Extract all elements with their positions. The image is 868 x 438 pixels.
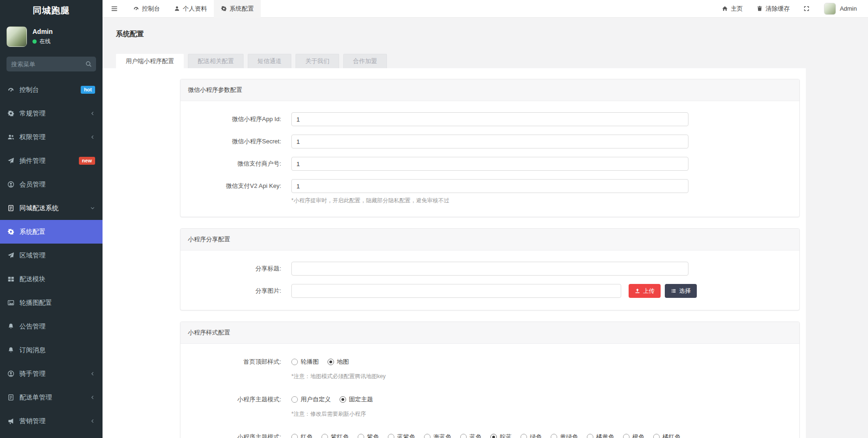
field-label: 分享标题: xyxy=(180,262,287,276)
chevron-left-icon xyxy=(90,371,95,376)
card-title: 小程序分享配置 xyxy=(180,229,799,251)
navbar-item-label: 主页 xyxy=(731,5,743,13)
sidebar-item-13[interactable]: 配送单管理 xyxy=(0,386,103,409)
sidebar-item-12[interactable]: 骑手管理 xyxy=(0,362,103,386)
sidebar-toggle-button[interactable] xyxy=(103,0,126,18)
radio-checked-icon xyxy=(490,434,497,438)
sidebar-item-8[interactable]: 配送模块 xyxy=(0,267,103,291)
radio-option[interactable]: 轮播图 xyxy=(291,358,319,366)
form-row: 微信支付V2 Api Key:*小程序提审时，开启此配置，隐藏部分隐私配置，避免… xyxy=(180,179,799,205)
user-circle-icon xyxy=(7,181,14,188)
bullhorn-icon xyxy=(7,418,14,425)
radio-option[interactable]: 紫红色 xyxy=(321,433,349,438)
field-label: 首页顶部样式: xyxy=(180,355,287,380)
sidebar-item-0[interactable]: 控制台hot xyxy=(0,78,103,102)
navbar-item-label: 清除缓存 xyxy=(765,5,790,13)
navbar-right-item-2[interactable] xyxy=(797,0,819,18)
grid-icon xyxy=(7,276,14,283)
sidebar-item-label: 常规管理 xyxy=(19,110,45,118)
radio-unchecked-icon xyxy=(653,434,660,438)
sidebar-item-label: 营销管理 xyxy=(19,417,45,425)
radio-option[interactable]: 黄绿色 xyxy=(551,433,578,438)
navbar-left-item-1[interactable]: 个人资料 xyxy=(167,0,214,18)
radio-option[interactable]: 蓝紫色 xyxy=(388,433,415,438)
sidebar-item-5[interactable]: 同城配送系统 xyxy=(0,196,103,220)
field-input[interactable] xyxy=(291,157,688,171)
tab-3[interactable]: 关于我们 xyxy=(296,54,339,68)
navbar-item-label: 控制台 xyxy=(142,5,160,13)
radio-option[interactable]: 红色 xyxy=(291,433,313,438)
choose-button[interactable]: 选择 xyxy=(665,284,697,298)
app-logo: 同城跑腿 xyxy=(0,0,103,21)
tab-0[interactable]: 用户端小程序配置 xyxy=(116,54,184,68)
sidebar-item-9[interactable]: 轮播图配置 xyxy=(0,291,103,315)
chevron-left-icon xyxy=(90,419,95,424)
sidebar-item-label: 轮播图配置 xyxy=(19,299,52,307)
tab-2[interactable]: 短信通道 xyxy=(248,54,291,68)
navbar-left-item-2[interactable]: 系统配置 xyxy=(214,0,261,18)
navbar-right-item-1[interactable]: 清除缓存 xyxy=(750,0,797,18)
user-icon xyxy=(174,6,180,12)
navbar-left-item-0[interactable]: 控制台 xyxy=(126,0,167,18)
sidebar-item-10[interactable]: 公告管理 xyxy=(0,315,103,338)
user-panel: Admin 在线 xyxy=(0,21,103,51)
navbar-user-menu[interactable]: Admin xyxy=(824,3,857,15)
radio-option[interactable]: 绿色 xyxy=(521,433,542,438)
sidebar-item-14[interactable]: 营销管理 xyxy=(0,409,103,433)
tab-4[interactable]: 合作加盟 xyxy=(343,54,387,68)
radio-unchecked-icon xyxy=(521,434,527,438)
radio-option[interactable]: 橙色 xyxy=(623,433,644,438)
sidebar-item-6[interactable]: 系统配置 xyxy=(0,220,103,244)
radio-unchecked-icon xyxy=(388,434,394,438)
radio-option[interactable]: 地图 xyxy=(328,358,349,366)
field-input[interactable] xyxy=(291,262,688,276)
radio-option[interactable]: 蓝色 xyxy=(460,433,482,438)
tab-1[interactable]: 配送相关配置 xyxy=(188,54,244,68)
sidebar-menu: 控制台hot常规管理权限管理插件管理new会员管理同城配送系统系统配置区域管理配… xyxy=(0,78,103,438)
radio-option[interactable]: 橘红色 xyxy=(653,433,681,438)
hamburger-icon xyxy=(111,5,118,12)
sidebar-item-7[interactable]: 区域管理 xyxy=(0,244,103,267)
field-input[interactable] xyxy=(291,179,688,193)
sidebar-item-3[interactable]: 插件管理new xyxy=(0,149,103,173)
sidebar-item-2[interactable]: 权限管理 xyxy=(0,125,103,149)
upload-button[interactable]: 上传 xyxy=(629,284,661,298)
field-input[interactable] xyxy=(291,135,688,148)
chevron-left-icon xyxy=(90,111,95,116)
field-label: 小程序主题模式: xyxy=(180,430,287,438)
radio-label: 红色 xyxy=(301,433,313,438)
sidebar-item-11[interactable]: 订阅消息 xyxy=(0,338,103,362)
gear-icon xyxy=(221,6,227,12)
radio-option[interactable]: 固定主题 xyxy=(340,395,373,404)
field-label: 微信支付商户号: xyxy=(180,157,287,171)
radio-option[interactable]: 紫色 xyxy=(358,433,379,438)
sidebar-item-1[interactable]: 常规管理 xyxy=(0,102,103,125)
radio-label: 橙色 xyxy=(632,433,644,438)
gear-icon xyxy=(7,228,14,235)
config-card-1: 小程序分享配置分享标题:分享图片:上传选择 xyxy=(180,228,800,310)
sidebar-item-label: 插件管理 xyxy=(19,157,45,165)
radio-unchecked-icon xyxy=(587,434,593,438)
navbar-right: 主页清除缓存 xyxy=(715,0,819,18)
radio-unchecked-icon xyxy=(424,434,431,438)
sidebar-item-label: 公告管理 xyxy=(19,322,45,331)
navbar-right-item-0[interactable]: 主页 xyxy=(715,0,750,18)
form-row: 分享标题: xyxy=(180,262,799,276)
navbar-avatar xyxy=(824,3,836,15)
field-note: *注意：地图模式必须配置腾讯地图key xyxy=(291,373,799,380)
field-label: 小程序主题模式: xyxy=(180,393,287,418)
sidebar-search-input[interactable] xyxy=(6,57,96,71)
field-input[interactable] xyxy=(291,284,621,298)
radio-unchecked-icon xyxy=(291,434,298,438)
chevron-down-icon xyxy=(90,206,95,211)
card-title: 微信小程序参数配置 xyxy=(180,79,799,101)
radio-option[interactable]: 靛蓝 xyxy=(490,433,512,438)
user-name: Admin xyxy=(32,28,53,35)
tab-panel: 微信小程序参数配置微信小程序App Id:微信小程序Secret:微信支付商户号… xyxy=(103,68,806,438)
field-input[interactable] xyxy=(291,112,688,126)
sidebar-item-label: 权限管理 xyxy=(19,133,45,142)
sidebar-item-4[interactable]: 会员管理 xyxy=(0,173,103,196)
radio-option[interactable]: 用户自定义 xyxy=(291,395,331,404)
radio-option[interactable]: 橘黄色 xyxy=(587,433,614,438)
radio-option[interactable]: 海蓝色 xyxy=(424,433,451,438)
